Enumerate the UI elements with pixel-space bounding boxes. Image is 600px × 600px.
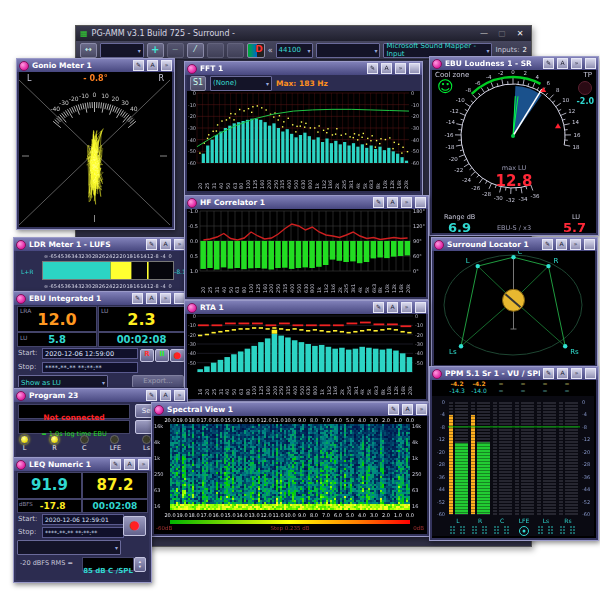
- gonio-titlebar[interactable]: Gonio Meter 1 ✎ A »: [17, 59, 174, 72]
- edit-icon[interactable]: ✎: [542, 239, 553, 250]
- loudness-title: EBU Loudness 1 - SR: [445, 59, 540, 68]
- preset-combo[interactable]: ▾: [100, 43, 144, 58]
- export-button[interactable]: Export...: [132, 375, 184, 387]
- autoscale-icon[interactable]: A: [146, 293, 157, 304]
- edit-icon[interactable]: ✎: [110, 459, 121, 470]
- extra-icon[interactable]: [585, 58, 596, 69]
- autoscale-icon[interactable]: A: [124, 459, 135, 470]
- spl-spinner[interactable]: ▴▾: [134, 557, 146, 572]
- edit-icon[interactable]: ✎: [543, 368, 554, 379]
- leq-titlebar[interactable]: LEQ Numeric 1 ✎ A »: [14, 458, 151, 471]
- loudness-titlebar[interactable]: EBU Loudness 1 - SR ✎ A »: [430, 57, 598, 70]
- show-as-combo[interactable]: Show as LU▾: [18, 375, 108, 387]
- window-fft: FFT 1 ✎ A » S1 (None)▾ Max: 183 Hz: [184, 61, 423, 196]
- correlator-titlebar[interactable]: HF Correlator 1 ✎ A »: [185, 196, 428, 209]
- program-titlebar[interactable]: Program 23 ✎ A »: [14, 389, 187, 402]
- edit-button[interactable]: ⁄: [187, 43, 204, 58]
- lu2-value: 5.8: [48, 334, 66, 345]
- gonio-title: Gonio Meter 1: [32, 61, 130, 70]
- autoscale-icon[interactable]: A: [557, 58, 568, 69]
- collapse-icon[interactable]: »: [416, 404, 427, 415]
- edit-icon[interactable]: ✎: [132, 293, 143, 304]
- remove-button[interactable]: −: [167, 43, 184, 58]
- stop-field[interactable]: [42, 362, 138, 373]
- leq-stop-field[interactable]: [42, 527, 124, 538]
- leq-time-panel: 00:02:08: [82, 499, 148, 513]
- collapse-icon[interactable]: »: [571, 58, 582, 69]
- chevron-down-icon: ▾: [102, 379, 105, 386]
- ppm-titlebar[interactable]: PPM 5.1 Sr 1 - VU / SPPM ✎ A »: [430, 367, 598, 380]
- leq-combo[interactable]: ▾: [17, 540, 121, 555]
- collapse-icon[interactable]: »: [174, 390, 185, 401]
- channel-combo[interactable]: ▾: [316, 43, 380, 58]
- main-titlebar[interactable]: ▦ PG-AMM v3.1 Build 725 - Surround - — ▢…: [76, 26, 531, 41]
- lu-label: LU: [101, 307, 108, 314]
- tool-button-1[interactable]: [207, 43, 224, 58]
- leq-start-field[interactable]: [42, 514, 124, 525]
- minimize-button[interactable]: —: [477, 29, 491, 38]
- rta-titlebar[interactable]: RTA 1 ✎ A »: [185, 301, 428, 314]
- record-button[interactable]: ●: [170, 349, 185, 362]
- fft-source-combo[interactable]: (None)▾: [210, 76, 272, 91]
- reset-button[interactable]: R: [140, 349, 154, 362]
- fft-s1-button[interactable]: S1: [190, 76, 206, 91]
- lu-panel: LU 2.3: [98, 306, 185, 332]
- edit-icon[interactable]: ✎: [367, 63, 378, 74]
- edit-icon[interactable]: ✎: [543, 58, 554, 69]
- autoscale-icon[interactable]: A: [402, 404, 413, 415]
- extra-icon[interactable]: [409, 63, 420, 74]
- samplerate-combo[interactable]: 44100▾: [276, 43, 314, 58]
- maximize-button[interactable]: ▢: [495, 29, 509, 38]
- stop-label: Stop:: [18, 528, 36, 536]
- extra-icon[interactable]: [415, 302, 426, 313]
- extra-icon[interactable]: [585, 368, 596, 379]
- vu-value: =: [512, 387, 534, 394]
- integrated-titlebar[interactable]: EBU Integrated 1 ✎ A »: [14, 292, 187, 305]
- log-panel: = 1.0s log time EBU: [18, 420, 130, 434]
- spectral-titlebar[interactable]: Spectral View 1 ✎ A »: [152, 403, 429, 416]
- fft-max-label: Max: 183 Hz: [276, 79, 328, 88]
- ldr-titlebar[interactable]: LDR Meter 1 - LUFS ✎ A »: [14, 238, 187, 251]
- autoscale-icon[interactable]: A: [556, 239, 567, 250]
- time-panel: 00:02:08: [98, 332, 185, 347]
- autoscale-icon[interactable]: A: [387, 197, 398, 208]
- autoscale-icon[interactable]: A: [387, 302, 398, 313]
- collapse-icon[interactable]: »: [571, 368, 582, 379]
- tool-button-2[interactable]: [227, 43, 244, 58]
- edit-icon[interactable]: ✎: [133, 60, 144, 71]
- edit-icon[interactable]: ✎: [373, 302, 384, 313]
- chevron-down-icon: ▾: [374, 47, 377, 54]
- start-field[interactable]: [42, 348, 138, 359]
- collapse-icon[interactable]: »: [138, 459, 149, 470]
- ppm-value: =: [512, 380, 534, 387]
- collapse-icon[interactable]: »: [401, 302, 412, 313]
- autoscale-icon[interactable]: A: [557, 368, 568, 379]
- extra-icon[interactable]: [584, 239, 595, 250]
- edit-icon[interactable]: ✎: [373, 197, 384, 208]
- autoscale-icon[interactable]: A: [147, 60, 158, 71]
- extra-icon[interactable]: [415, 197, 426, 208]
- gear-icon: [187, 64, 197, 74]
- add-button[interactable]: +: [147, 43, 164, 58]
- locator-titlebar[interactable]: Surround Locator 1 ✎ A »: [432, 238, 597, 251]
- autoscale-icon[interactable]: A: [381, 63, 392, 74]
- close-button[interactable]: ✕: [513, 29, 527, 38]
- logo-button[interactable]: [247, 43, 265, 58]
- collapse-left-icon[interactable]: «: [268, 46, 273, 55]
- ppm-value: =: [490, 380, 512, 387]
- autoscale-icon[interactable]: A: [160, 390, 171, 401]
- ldr-canvas: [16, 251, 185, 290]
- collapse-icon[interactable]: »: [570, 239, 581, 250]
- pause-button[interactable]: II: [155, 349, 169, 362]
- edit-icon[interactable]: ✎: [388, 404, 399, 415]
- collapse-icon[interactable]: »: [395, 63, 406, 74]
- record-button[interactable]: ●: [123, 516, 146, 536]
- autoscale-icon[interactable]: A: [160, 239, 171, 250]
- edit-icon[interactable]: ✎: [146, 239, 157, 250]
- collapse-icon[interactable]: »: [161, 60, 172, 71]
- edit-icon[interactable]: ✎: [146, 390, 157, 401]
- swap-icon[interactable]: ↔: [80, 43, 97, 58]
- collapse-icon[interactable]: »: [160, 293, 171, 304]
- fft-titlebar[interactable]: FFT 1 ✎ A »: [185, 62, 422, 75]
- collapse-icon[interactable]: »: [401, 197, 412, 208]
